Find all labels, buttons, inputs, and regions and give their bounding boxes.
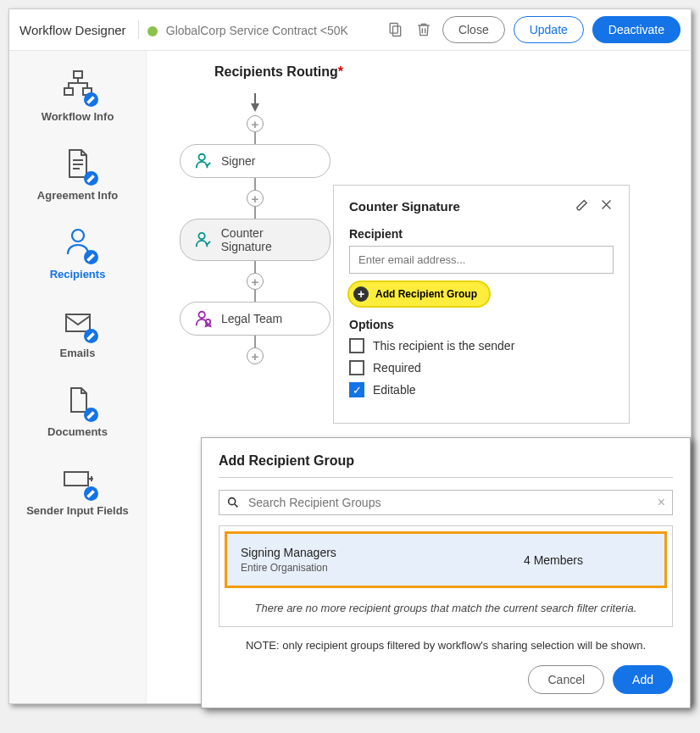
divider	[138, 20, 139, 39]
top-bar: Workflow Designer GlobalCorp Service Con…	[9, 9, 691, 51]
search-input[interactable]	[247, 495, 651, 510]
sidebar-item-sender-input-fields[interactable]: Sender Input Fields	[9, 462, 146, 517]
step-label: Legal Team	[221, 312, 282, 325]
certifier-icon	[194, 309, 213, 328]
modal-add-button[interactable]: Add	[613, 665, 673, 694]
doc-status: GlobalCorp Service Contract <50K	[147, 23, 348, 37]
edit-badge-icon	[84, 329, 98, 343]
option-sender[interactable]: This recipient is the sender	[349, 338, 614, 353]
svg-rect-1	[392, 26, 400, 36]
add-recipient-group-button[interactable]: + Add Recipient Group	[349, 282, 489, 306]
svg-rect-6	[66, 314, 90, 331]
results-box: Signing Managers Entire Organisation 4 M…	[219, 525, 673, 627]
sidebar-item-workflow-info[interactable]: Workflow Info	[9, 68, 146, 123]
svg-point-8	[199, 154, 205, 160]
step-signer[interactable]: Signer	[180, 144, 331, 178]
step-label: Counter Signature	[221, 226, 316, 253]
option-label: This recipient is the sender	[373, 339, 514, 353]
close-icon[interactable]	[599, 197, 614, 215]
sidebar-item-recipients[interactable]: Recipients	[9, 225, 146, 280]
sidebar-item-label: Workflow Info	[9, 110, 146, 123]
modal-cancel-button[interactable]: Cancel	[528, 665, 604, 694]
svg-rect-3	[64, 88, 73, 95]
recipient-email-input[interactable]	[349, 246, 614, 274]
sidebar-item-label: Emails	[9, 347, 146, 359]
step-counter-signature[interactable]: Counter Signature	[180, 219, 331, 261]
edit-icon[interactable]	[575, 197, 589, 215]
plus-circle-icon: +	[353, 286, 369, 302]
recipient-detail-panel: Counter Signature Recipient + Add Recipi…	[333, 185, 630, 424]
svg-point-10	[199, 312, 205, 318]
sidebar-item-emails[interactable]: Emails	[9, 304, 146, 359]
edit-badge-icon	[84, 250, 98, 264]
recipient-heading: Recipient	[349, 227, 614, 241]
svg-point-5	[72, 230, 84, 242]
no-more-results: There are no more recipient groups that …	[219, 593, 672, 618]
clear-search-icon[interactable]: ×	[658, 495, 665, 510]
doc-name: GlobalCorp Service Contract <50K	[166, 24, 348, 37]
search-row: ×	[219, 490, 673, 515]
search-icon	[226, 496, 240, 509]
checkbox-icon[interactable]	[349, 338, 364, 353]
add-step-node[interactable]: +	[247, 273, 264, 290]
svg-rect-2	[74, 71, 82, 78]
deactivate-button[interactable]: Deactivate	[592, 16, 681, 43]
recipient-group-result[interactable]: Signing Managers Entire Organisation 4 M…	[225, 531, 667, 588]
sidebar-item-agreement-info[interactable]: Agreement Info	[9, 147, 146, 202]
svg-rect-7	[64, 472, 88, 486]
sidebar-item-documents[interactable]: Documents	[9, 383, 146, 438]
svg-point-11	[206, 319, 211, 325]
edit-badge-icon	[84, 486, 98, 501]
svg-rect-0	[390, 24, 397, 34]
sidebar-item-label: Documents	[9, 425, 146, 438]
options-heading: Options	[349, 318, 614, 331]
edit-badge-icon	[84, 171, 98, 186]
signer-icon	[194, 152, 213, 170]
modal-note: NOTE: only recipient groups filtered by …	[219, 639, 673, 652]
routing-flow: + Signer + Counter Signature +	[179, 85, 331, 364]
sidebar-item-label: Sender Input Fields	[9, 504, 146, 517]
signer-icon	[194, 230, 213, 249]
group-members: 4 Members	[524, 553, 651, 567]
trash-icon[interactable]	[414, 19, 434, 40]
svg-point-9	[198, 233, 204, 239]
copy-icon[interactable]	[385, 19, 405, 40]
status-dot-icon	[147, 26, 158, 36]
group-name: Signing Managers	[241, 546, 524, 559]
sidebar-item-label: Recipients	[9, 268, 146, 280]
option-required[interactable]: Required	[349, 360, 614, 375]
modal-title: Add Recipient Group	[219, 453, 673, 469]
add-step-node[interactable]: +	[247, 347, 264, 364]
svg-point-12	[229, 498, 236, 505]
edit-badge-icon	[84, 408, 98, 422]
option-editable[interactable]: Editable	[349, 382, 614, 397]
add-recipient-group-modal: Add Recipient Group × Signing Managers E…	[201, 437, 691, 708]
option-label: Required	[373, 361, 421, 375]
sidebar: Workflow Info Agreement Info Recipients	[9, 51, 147, 703]
step-legal-team[interactable]: Legal Team	[180, 302, 331, 336]
checkbox-icon[interactable]	[349, 382, 364, 397]
add-step-node[interactable]: +	[247, 115, 264, 132]
detail-title: Counter Signature	[349, 199, 564, 214]
option-label: Editable	[373, 383, 416, 397]
add-group-label: Add Recipient Group	[375, 288, 477, 300]
checkbox-icon[interactable]	[349, 360, 364, 375]
add-step-node[interactable]: +	[247, 190, 264, 207]
group-scope: Entire Organisation	[241, 562, 524, 574]
close-button[interactable]: Close	[442, 16, 505, 43]
app-title: Workflow Designer	[19, 23, 126, 37]
update-button[interactable]: Update	[514, 16, 584, 43]
arrow-down-icon	[251, 103, 259, 112]
routing-title: Recipients Routing*	[214, 64, 674, 80]
sidebar-item-label: Agreement Info	[9, 189, 146, 202]
edit-badge-icon	[84, 92, 98, 107]
step-label: Signer	[221, 154, 255, 168]
